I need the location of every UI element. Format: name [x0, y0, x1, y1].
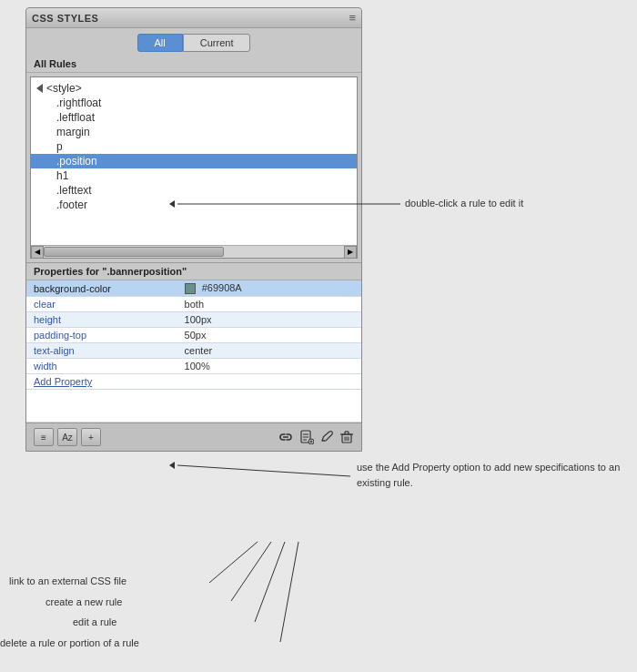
- scroll-track[interactable]: [44, 246, 344, 258]
- rules-list: <style> .rightfloat .leftfloat margin p …: [31, 77, 357, 216]
- svg-line-19: [209, 542, 258, 583]
- prop-value: #69908A: [177, 280, 361, 297]
- add-property-link[interactable]: Add Property: [26, 374, 177, 390]
- tab-current[interactable]: Current: [183, 34, 251, 52]
- svg-line-22: [280, 542, 298, 642]
- scroll-right-btn[interactable]: ▶: [344, 246, 357, 259]
- list-view-btn[interactable]: ≡: [34, 428, 54, 446]
- table-row[interactable]: height 100px: [26, 312, 361, 328]
- annotation-add-property: use the Add Property option to add new s…: [357, 460, 637, 490]
- link-icon: [278, 430, 294, 444]
- scroll-thumb[interactable]: [44, 247, 224, 257]
- prop-value: both: [177, 297, 361, 312]
- toolbar-right: [278, 430, 354, 444]
- list-item-selected[interactable]: .position: [31, 154, 357, 168]
- list-item[interactable]: .footer: [31, 198, 357, 212]
- properties-table: background-color #69908A clear both heig…: [26, 280, 361, 423]
- tab-all[interactable]: All: [137, 34, 183, 52]
- rule-root-label: <style>: [46, 82, 82, 95]
- prop-value: 50px: [177, 328, 361, 343]
- empty-row: [26, 390, 361, 423]
- annotation-link-css: link to an external CSS file: [9, 575, 126, 586]
- annotation-edit-rule: edit a rule: [73, 616, 116, 627]
- new-rule-icon: [299, 430, 314, 444]
- panel-titlebar: CSS STYLES ≡: [26, 8, 361, 28]
- prop-name: text-align: [26, 343, 177, 359]
- css-styles-panel: CSS STYLES ≡ All Current All Rules <styl…: [25, 7, 362, 452]
- edit-rule-btn[interactable]: [319, 430, 334, 444]
- add-property-row[interactable]: Add Property: [26, 374, 361, 390]
- prop-name: clear: [26, 297, 177, 312]
- prop-value: 100%: [177, 359, 361, 374]
- arrow-head-add-property: [169, 462, 175, 469]
- table-row[interactable]: width 100%: [26, 359, 361, 374]
- annotation-delete-rule: delete a rule or portion of a rule: [0, 637, 139, 648]
- panel-title: CSS STYLES: [32, 13, 98, 24]
- all-rules-label: All Rules: [26, 56, 361, 73]
- tab-bar: All Current: [26, 28, 361, 56]
- annotation-rule-edit: double-click a rule to edit it: [405, 198, 523, 209]
- add-btn[interactable]: +: [81, 428, 101, 446]
- annotation-new-rule: create a new rule: [46, 596, 122, 607]
- properties-label: Properties for ".bannerposition": [26, 262, 361, 280]
- edit-icon: [319, 430, 334, 444]
- triangle-icon: [36, 84, 43, 93]
- trash-icon: [339, 430, 354, 444]
- color-swatch[interactable]: [185, 283, 196, 294]
- list-item[interactable]: .lefttext: [31, 183, 357, 198]
- alpha-sort-btn[interactable]: Az: [57, 428, 77, 446]
- prop-value: 100px: [177, 312, 361, 328]
- table-row[interactable]: padding-top 50px: [26, 328, 361, 343]
- scroll-left-btn[interactable]: ◀: [31, 246, 44, 259]
- prop-name: width: [26, 359, 177, 374]
- bottom-toolbar: ≡ Az +: [26, 423, 361, 451]
- table-row[interactable]: clear both: [26, 297, 361, 312]
- list-item[interactable]: .leftfloat: [31, 110, 357, 125]
- svg-line-18: [177, 465, 350, 476]
- rule-root[interactable]: <style>: [31, 81, 357, 96]
- list-item[interactable]: .rightfloat: [31, 96, 357, 110]
- prop-value: center: [177, 343, 361, 359]
- new-rule-btn[interactable]: [299, 430, 314, 444]
- link-css-btn[interactable]: [278, 430, 294, 444]
- prop-name: background-color: [26, 280, 177, 297]
- prop-name: height: [26, 312, 177, 328]
- svg-line-20: [231, 542, 271, 601]
- prop-name: padding-top: [26, 328, 177, 343]
- table-row[interactable]: text-align center: [26, 343, 361, 359]
- list-item[interactable]: margin: [31, 125, 357, 139]
- table-row[interactable]: background-color #69908A: [26, 280, 361, 297]
- delete-rule-btn[interactable]: [339, 430, 354, 444]
- rules-list-container: <style> .rightfloat .leftfloat margin p …: [30, 76, 358, 259]
- list-item[interactable]: p: [31, 139, 357, 154]
- list-item[interactable]: h1: [31, 168, 357, 183]
- panel-menu-icon[interactable]: ≡: [349, 11, 356, 25]
- svg-line-21: [255, 542, 285, 622]
- rules-scrollbar[interactable]: ◀ ▶: [31, 245, 357, 258]
